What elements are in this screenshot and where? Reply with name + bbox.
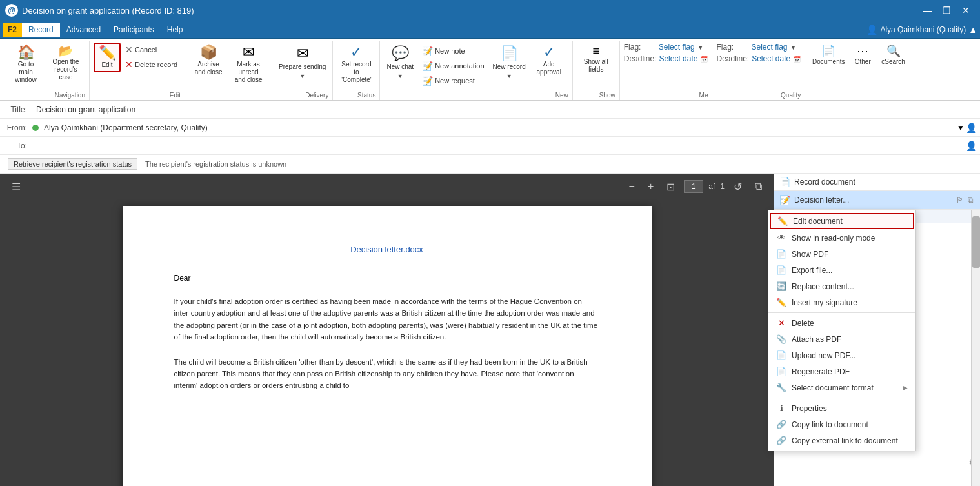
ctx-copy-external-link[interactable]: 🔗 Copy external link to document [768,432,915,449]
new-note-button[interactable]: 📝 New note [419,44,487,58]
go-to-main-window-button[interactable]: 🏠 Go to main window [6,43,45,86]
docs-items: 📄 Documents ⋯ Other 🔍 cSearch [809,43,909,97]
close-button[interactable]: ✕ [957,1,975,19]
ctx-copy-external-link-label: Copy external link to document [792,436,908,445]
retrieve-status-button[interactable]: Retrieve recipient's registration status [8,158,137,170]
title-input[interactable] [32,103,980,116]
approval-icon: ✓ [543,45,555,59]
ctx-select-format[interactable]: 🔧 Select document format ▶ [768,380,915,396]
ctx-export-file[interactable]: 📄 Export file... [768,262,915,278]
ctx-separator-1 [768,312,915,313]
f2-button[interactable]: F2 [3,23,22,37]
app-icon: @ [5,4,18,17]
new-annotation-button[interactable]: 📝 New annotation [419,59,487,73]
from-row: From: Alya Qaimkhani (Department secreta… [0,119,980,137]
ctx-upload-pdf[interactable]: 📄 Upload new PDF... [768,347,915,363]
ctx-show-pdf[interactable]: 📄 Show PDF [768,246,915,262]
note-icon: 📝 [422,46,433,56]
show-items: ≡ Show all fields [577,43,615,90]
collapse-ribbon-button[interactable]: ▲ [968,25,977,35]
ctx-delete[interactable]: ✕ Delete [768,315,915,331]
menu-bar-right: 👤 Alya Qaimkhani (Quality) ▲ [866,25,977,35]
add-approval-button[interactable]: ✓ Add approval [530,43,568,79]
me-select-date[interactable]: Select date [659,54,697,63]
doc-paragraph-2: The child will become a British citizen … [174,356,600,392]
new-request-button[interactable]: 📝 New request [419,74,487,88]
delete-icon: ✕ [776,318,786,328]
restore-button[interactable]: ❐ [937,1,955,19]
sidebar-toggle-button[interactable]: ☰ [8,178,25,196]
doc-action-copy[interactable]: ⧉ [966,194,975,206]
edit-button[interactable]: ✏️ Edit [94,43,121,72]
prepare-sending-button[interactable]: ✉ Prepare sending [276,43,328,71]
user-name[interactable]: Alya Qaimkhani (Quality) [880,25,966,34]
ctx-edit-document[interactable]: ✏️ Edit document [770,213,914,229]
ctx-attach-pdf[interactable]: 📎 Attach as PDF [768,331,915,347]
menu-tab-record[interactable]: Record [22,23,60,37]
me-flag-row: Flag: Select flag ▼ [624,43,708,52]
me-flag-label: Flag: [624,43,656,52]
zoom-out-button[interactable]: − [625,178,639,195]
new-chat-dropdown[interactable]: ▼ [384,72,416,81]
quality-flag-label: Flag: [716,43,748,52]
scrollbar-thumb[interactable] [972,216,980,268]
quality-select-flag[interactable]: Select flag [751,43,787,52]
ribbon-group-new: 💬 New chat ▼ 📝 New note 📝 New annotation… [380,41,572,100]
ctx-properties[interactable]: ℹ Properties [768,400,915,416]
me-date-arrow[interactable]: 📅 [700,56,708,63]
new-record-button[interactable]: 📄 New record [490,43,528,71]
ctx-replace-content[interactable]: 🔄 Replace content... [768,278,915,294]
quality-group-label: Quality [781,90,801,99]
to-input[interactable] [32,139,965,152]
ctx-show-readonly-label: Show in read-only mode [792,234,908,243]
split-view-button[interactable]: ⧉ [751,178,766,195]
right-panel-scrollbar[interactable] [971,210,980,486]
mark-as-unread-button[interactable]: ✉ Mark as unread and close [229,43,268,86]
me-flag-arrow[interactable]: ▼ [697,44,704,51]
fit-page-button[interactable]: ⊡ [663,178,679,196]
quality-date-arrow[interactable]: 📅 [793,56,801,63]
from-field-label: From: [0,121,32,135]
other-button[interactable]: ⋯ Other [849,43,876,68]
minimize-button[interactable]: — [918,1,936,19]
quality-select-date[interactable]: Select date [752,54,790,63]
doc-content-area[interactable]: Decision letter.docx Dear If your child'… [0,199,774,486]
insert-signature-icon: ✏️ [776,298,786,307]
set-record-complete-button[interactable]: ✓ Set record to 'Complete' [337,43,375,86]
new-group-label: New [555,90,568,99]
show-all-fields-button[interactable]: ≡ Show all fields [577,43,615,76]
from-dropdown-arrow[interactable]: ▼ [957,123,965,132]
ctx-insert-signature[interactable]: ✏️ Insert my signature [768,294,915,310]
menu-tab-advanced[interactable]: Advanced [60,23,107,37]
menu-tab-participants[interactable]: Participants [107,23,161,37]
doc-list-decision-letter[interactable]: 📝 Decision letter... 🏳 ⧉ [774,191,980,210]
quality-flag-group: Flag: Select flag ▼ Deadline: Select dat… [716,43,801,63]
doc-list-record-document[interactable]: 📄 Record document [774,174,980,191]
prepare-sending-dropdown[interactable]: ▼ [276,72,328,81]
open-records-case-button[interactable]: 📂 Open the record's case [46,43,85,84]
zoom-in-button[interactable]: + [644,178,657,195]
regenerate-pdf-icon: 📄 [776,367,786,376]
delivery-items: ✉ Prepare sending ▼ [276,43,328,90]
replace-content-icon: 🔄 [776,281,786,291]
rotate-button[interactable]: ↺ [730,178,746,196]
ctx-show-readonly[interactable]: 👁 Show in read-only mode [768,230,915,246]
page-total: 1 [720,182,725,191]
archive-and-close-button[interactable]: 📦 Archive and close [189,43,228,79]
new-record-dropdown[interactable]: ▼ [490,72,528,81]
menu-tab-help[interactable]: Help [161,23,190,37]
window-title: Decision on grant application (Record ID… [22,6,194,15]
documents-button[interactable]: 📄 Documents [809,43,848,68]
quality-flag-arrow[interactable]: ▼ [790,44,797,51]
cancel-button[interactable]: ✕ Cancel [122,43,181,57]
new-chat-button[interactable]: 💬 New chat [384,43,416,71]
ctx-regenerate-pdf[interactable]: 📄 Regenerate PDF [768,363,915,380]
delete-record-button[interactable]: ✕ Delete record [122,57,181,72]
navigation-items: 🏠 Go to main window 📂 Open the record's … [6,43,85,90]
me-select-flag[interactable]: Select flag [659,43,695,52]
doc-action-flag[interactable]: 🏳 [955,194,965,206]
csearch-button[interactable]: 🔍 cSearch [877,43,909,68]
copy-external-link-icon: 🔗 [776,436,786,445]
page-number-input[interactable]: 1 [684,180,703,193]
ctx-copy-link[interactable]: 🔗 Copy link to document [768,416,915,432]
